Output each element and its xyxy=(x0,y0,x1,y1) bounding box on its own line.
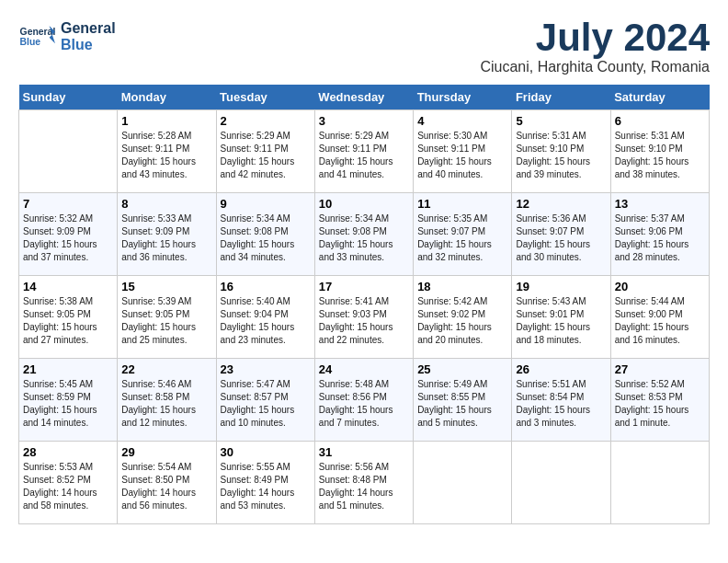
logo-blue: Blue xyxy=(61,37,116,53)
day-info: Sunrise: 5:38 AMSunset: 9:05 PMDaylight:… xyxy=(23,295,113,347)
calendar-cell: 18Sunrise: 5:42 AMSunset: 9:02 PMDayligh… xyxy=(414,276,512,359)
day-info: Sunrise: 5:29 AMSunset: 9:11 PMDaylight:… xyxy=(319,130,409,181)
calendar-cell: 17Sunrise: 5:41 AMSunset: 9:03 PMDayligh… xyxy=(314,276,413,359)
day-number: 16 xyxy=(221,280,311,293)
calendar-cell: 28Sunrise: 5:53 AMSunset: 8:52 PMDayligh… xyxy=(19,442,118,524)
calendar-cell: 25Sunrise: 5:49 AMSunset: 8:55 PMDayligh… xyxy=(414,359,512,442)
title-section: July 2024 Ciucani, Harghita County, Roma… xyxy=(480,18,710,75)
calendar-cell: 20Sunrise: 5:44 AMSunset: 9:00 PMDayligh… xyxy=(610,276,709,359)
calendar-week-row: 1Sunrise: 5:28 AMSunset: 9:11 PMDaylight… xyxy=(19,110,710,193)
calendar-cell: 1Sunrise: 5:28 AMSunset: 9:11 PMDaylight… xyxy=(118,110,216,193)
day-number: 30 xyxy=(221,445,311,459)
calendar-cell: 27Sunrise: 5:52 AMSunset: 8:53 PMDayligh… xyxy=(610,359,709,442)
logo: General Blue General Blue xyxy=(18,18,116,55)
day-number: 19 xyxy=(516,280,606,293)
day-info: Sunrise: 5:35 AMSunset: 9:07 PMDaylight:… xyxy=(417,213,507,264)
day-info: Sunrise: 5:41 AMSunset: 9:03 PMDaylight:… xyxy=(319,295,409,347)
day-number: 31 xyxy=(319,445,409,459)
day-number: 3 xyxy=(319,114,409,128)
day-number: 4 xyxy=(417,114,507,128)
day-number: 22 xyxy=(121,362,211,376)
day-info: Sunrise: 5:54 AMSunset: 8:50 PMDaylight:… xyxy=(121,461,211,512)
day-number: 29 xyxy=(121,445,211,459)
day-number: 7 xyxy=(23,197,113,211)
calendar-cell: 30Sunrise: 5:55 AMSunset: 8:49 PMDayligh… xyxy=(216,442,314,524)
calendar-cell: 8Sunrise: 5:33 AMSunset: 9:09 PMDaylight… xyxy=(118,193,216,276)
day-number: 20 xyxy=(615,280,705,293)
weekday-header-thursday: Thursday xyxy=(414,85,512,110)
weekday-header-friday: Friday xyxy=(512,85,610,110)
weekday-header-sunday: Sunday xyxy=(19,85,118,110)
calendar-cell: 15Sunrise: 5:39 AMSunset: 9:05 PMDayligh… xyxy=(118,276,216,359)
day-info: Sunrise: 5:32 AMSunset: 9:09 PMDaylight:… xyxy=(23,213,113,264)
calendar-cell: 12Sunrise: 5:36 AMSunset: 9:07 PMDayligh… xyxy=(512,193,610,276)
day-info: Sunrise: 5:47 AMSunset: 8:57 PMDaylight:… xyxy=(221,378,311,430)
day-number: 5 xyxy=(516,114,606,128)
calendar-cell: 7Sunrise: 5:32 AMSunset: 9:09 PMDaylight… xyxy=(19,193,118,276)
day-info: Sunrise: 5:31 AMSunset: 9:10 PMDaylight:… xyxy=(516,130,606,181)
calendar-week-row: 14Sunrise: 5:38 AMSunset: 9:05 PMDayligh… xyxy=(19,276,710,359)
day-info: Sunrise: 5:31 AMSunset: 9:10 PMDaylight:… xyxy=(615,130,705,181)
location-title: Ciucani, Harghita County, Romania xyxy=(480,59,710,75)
svg-text:General: General xyxy=(20,27,55,37)
calendar-cell: 3Sunrise: 5:29 AMSunset: 9:11 PMDaylight… xyxy=(314,110,413,193)
calendar-cell xyxy=(512,442,610,524)
day-info: Sunrise: 5:56 AMSunset: 8:48 PMDaylight:… xyxy=(319,461,409,512)
calendar-cell: 13Sunrise: 5:37 AMSunset: 9:06 PMDayligh… xyxy=(610,193,709,276)
calendar-cell: 11Sunrise: 5:35 AMSunset: 9:07 PMDayligh… xyxy=(414,193,512,276)
calendar-cell: 31Sunrise: 5:56 AMSunset: 8:48 PMDayligh… xyxy=(314,442,413,524)
calendar-cell: 24Sunrise: 5:48 AMSunset: 8:56 PMDayligh… xyxy=(314,359,413,442)
calendar-cell: 16Sunrise: 5:40 AMSunset: 9:04 PMDayligh… xyxy=(216,276,314,359)
day-number: 27 xyxy=(615,362,705,376)
calendar-cell: 26Sunrise: 5:51 AMSunset: 8:54 PMDayligh… xyxy=(512,359,610,442)
calendar-cell: 22Sunrise: 5:46 AMSunset: 8:58 PMDayligh… xyxy=(118,359,216,442)
day-info: Sunrise: 5:55 AMSunset: 8:49 PMDaylight:… xyxy=(221,461,311,512)
calendar-cell xyxy=(610,442,709,524)
logo-general: General xyxy=(61,20,116,37)
day-info: Sunrise: 5:33 AMSunset: 9:09 PMDaylight:… xyxy=(121,213,211,264)
logo-icon: General Blue xyxy=(18,18,55,55)
day-number: 28 xyxy=(23,445,113,459)
day-info: Sunrise: 5:34 AMSunset: 9:08 PMDaylight:… xyxy=(319,213,409,264)
day-number: 23 xyxy=(221,362,311,376)
day-info: Sunrise: 5:30 AMSunset: 9:11 PMDaylight:… xyxy=(417,130,507,181)
day-info: Sunrise: 5:37 AMSunset: 9:06 PMDaylight:… xyxy=(615,213,705,264)
day-info: Sunrise: 5:40 AMSunset: 9:04 PMDaylight:… xyxy=(221,295,311,347)
calendar-week-row: 28Sunrise: 5:53 AMSunset: 8:52 PMDayligh… xyxy=(19,442,710,524)
weekday-header-wednesday: Wednesday xyxy=(314,85,413,110)
day-number: 18 xyxy=(417,280,507,293)
month-title: July 2024 xyxy=(480,18,710,57)
day-number: 14 xyxy=(23,280,113,293)
day-number: 17 xyxy=(319,280,409,293)
calendar-cell: 9Sunrise: 5:34 AMSunset: 9:08 PMDaylight… xyxy=(216,193,314,276)
weekday-header-saturday: Saturday xyxy=(610,85,709,110)
svg-text:Blue: Blue xyxy=(20,37,41,47)
day-number: 21 xyxy=(23,362,113,376)
calendar-cell: 21Sunrise: 5:45 AMSunset: 8:59 PMDayligh… xyxy=(19,359,118,442)
calendar-cell xyxy=(414,442,512,524)
day-number: 24 xyxy=(319,362,409,376)
day-info: Sunrise: 5:44 AMSunset: 9:00 PMDaylight:… xyxy=(615,295,705,347)
day-info: Sunrise: 5:34 AMSunset: 9:08 PMDaylight:… xyxy=(221,213,311,264)
calendar-cell: 5Sunrise: 5:31 AMSunset: 9:10 PMDaylight… xyxy=(512,110,610,193)
day-info: Sunrise: 5:43 AMSunset: 9:01 PMDaylight:… xyxy=(516,295,606,347)
day-info: Sunrise: 5:53 AMSunset: 8:52 PMDaylight:… xyxy=(23,461,113,512)
day-info: Sunrise: 5:42 AMSunset: 9:02 PMDaylight:… xyxy=(417,295,507,347)
day-number: 9 xyxy=(221,197,311,211)
day-info: Sunrise: 5:52 AMSunset: 8:53 PMDaylight:… xyxy=(615,378,705,430)
weekday-header-monday: Monday xyxy=(118,85,216,110)
calendar-cell: 10Sunrise: 5:34 AMSunset: 9:08 PMDayligh… xyxy=(314,193,413,276)
day-info: Sunrise: 5:48 AMSunset: 8:56 PMDaylight:… xyxy=(319,378,409,430)
day-number: 2 xyxy=(221,114,311,128)
calendar-cell: 14Sunrise: 5:38 AMSunset: 9:05 PMDayligh… xyxy=(19,276,118,359)
calendar-week-row: 21Sunrise: 5:45 AMSunset: 8:59 PMDayligh… xyxy=(19,359,710,442)
calendar-cell: 23Sunrise: 5:47 AMSunset: 8:57 PMDayligh… xyxy=(216,359,314,442)
day-number: 12 xyxy=(516,197,606,211)
page-header: General Blue General Blue July 2024 Ciuc… xyxy=(18,18,710,75)
day-info: Sunrise: 5:39 AMSunset: 9:05 PMDaylight:… xyxy=(121,295,211,347)
day-info: Sunrise: 5:45 AMSunset: 8:59 PMDaylight:… xyxy=(23,378,113,430)
calendar-week-row: 7Sunrise: 5:32 AMSunset: 9:09 PMDaylight… xyxy=(19,193,710,276)
calendar-cell xyxy=(19,110,118,193)
day-number: 25 xyxy=(417,362,507,376)
day-number: 10 xyxy=(319,197,409,211)
